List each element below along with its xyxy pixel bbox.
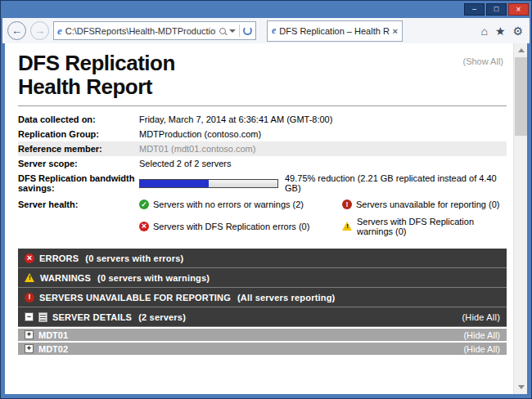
health-item-unavailable: Servers unavailable for reporting (0) [342,200,507,209]
field-value: Friday, March 7, 2014 at 6:36:41 AM (GMT… [139,114,507,124]
field-value: MDTProduction (contoso.com) [139,129,507,139]
field-row-reference-member: Reference member: MDT01 (mdt01.contoso.c… [18,141,507,156]
report-body: (Show All) DFS Replication Health Report… [5,43,513,394]
scrollbar[interactable] [513,43,527,394]
bandwidth-progress-bar [139,179,278,188]
report-fields: Data collected on: Friday, March 7, 2014… [18,112,507,239]
error-circle-icon [139,222,149,231]
section-detail: (All servers reporting) [237,293,336,303]
error-circle-icon [25,253,34,263]
address-text[interactable]: C:\DFSReports\Health-MDTProduction-07M [65,26,216,36]
tab-dfs-report[interactable]: e DFS Replication – Health Re... × [267,20,403,42]
maximize-icon: □ [494,6,498,13]
section-detail: (0 servers with errors) [85,253,183,263]
forward-button[interactable]: → [30,21,49,40]
scroll-up-icon[interactable] [514,43,527,57]
server-name: MDT01 [38,330,68,340]
warning-triangle-icon [25,273,35,283]
close-button[interactable]: × [508,3,529,16]
field-label: Server scope: [18,159,139,168]
report-sections: ERRORS (0 servers with errors) WARNINGS … [18,249,507,355]
health-item-text: Servers with DFS Replication errors (0) [153,222,309,231]
hide-all-link[interactable]: (Hide All) [463,330,500,340]
refresh-icon[interactable] [243,26,252,35]
unavailable-circle-icon [25,293,34,303]
field-row-replication-group: Replication Group: MDTProduction (contos… [18,127,507,141]
field-label: Replication Group: [18,129,139,139]
forward-arrow-icon: → [34,25,45,37]
field-row-bandwidth: DFS Replication bandwidth savings: 49.75… [18,171,507,195]
maximize-button[interactable]: □ [486,3,507,16]
favorites-star-icon[interactable]: ★ [495,25,506,38]
expand-icon[interactable]: + [25,344,34,353]
field-row-server-scope: Server scope: Selected 2 of 2 servers [18,156,507,171]
toolbar-right-icons: ⌂ ★ ⚙ [480,25,525,38]
hide-all-link[interactable]: (Hide All) [462,312,500,322]
health-item-text: Servers with DFS Replication warnings (0… [357,217,507,236]
section-title: ERRORS [39,253,79,263]
page-title-line1: DFS Replication [18,52,507,75]
health-item-errors: Servers with DFS Replication errors (0) [139,217,342,236]
check-circle-icon [139,200,149,209]
field-label: Server health: [18,200,139,209]
field-label: DFS Replication bandwidth savings: [18,173,139,193]
page-content: (Show All) DFS Replication Health Report… [5,43,527,394]
scrollbar-thumb[interactable] [515,57,527,136]
health-item-text: Servers with no errors or warnings (2) [153,200,304,209]
section-title: WARNINGS [40,273,91,283]
ie-favicon: e [57,25,62,38]
search-icon[interactable] [219,28,226,34]
browser-toolbar: ← → e C:\DFSReports\Health-MDTProduction… [2,18,530,43]
health-item-ok: Servers with no errors or warnings (2) [139,200,342,209]
server-details-icon [38,312,47,322]
unavailable-circle-icon [342,200,352,209]
field-label: Data collected on: [18,114,139,124]
bandwidth-text: 49.75% reduction (2.21 GB replicated ins… [285,173,507,193]
warning-triangle-icon [342,222,353,231]
hide-all-link[interactable]: (Hide All) [463,344,500,354]
caption-buttons: – □ × [464,3,529,16]
section-title: SERVER DETAILS [52,312,132,322]
home-icon[interactable]: ⌂ [480,25,487,38]
collapse-icon[interactable]: − [25,312,34,321]
tab-close-icon[interactable]: × [393,26,398,36]
field-value: MDT01 (mdt01.contoso.com) [139,144,507,154]
show-all-link[interactable]: (Show All) [462,56,503,66]
minimize-button[interactable]: – [464,3,485,16]
expand-icon[interactable]: + [25,330,34,339]
section-warnings[interactable]: WARNINGS (0 servers with warnings) [18,268,507,288]
server-row-mdt01[interactable]: + MDT01 (Hide All) [18,327,507,341]
section-title: SERVERS UNAVAILABLE FOR REPORTING [39,293,231,303]
address-bar-divider [239,25,240,37]
tab-favicon-icon: e [272,25,276,37]
settings-gear-icon[interactable]: ⚙ [512,25,523,38]
back-arrow-icon: ← [11,25,22,37]
address-bar[interactable]: e C:\DFSReports\Health-MDTProduction-07M [53,21,256,40]
close-icon: × [516,6,521,14]
browser-window: – □ × ← → e C:\DFSReports\Health-MDTProd… [0,0,532,399]
server-name: MDT02 [38,344,68,354]
section-detail: (0 servers with warnings) [97,273,210,283]
field-label: Reference member: [18,144,139,154]
minimize-icon: – [472,6,476,13]
section-errors[interactable]: ERRORS (0 servers with errors) [18,249,507,268]
chevron-down-icon[interactable] [229,29,236,33]
section-detail: (2 servers) [138,312,186,322]
health-item-text: Servers unavailable for reporting (0) [356,200,499,209]
field-row-server-health: Server health: Servers with no errors or… [18,197,507,239]
back-button[interactable]: ← [7,21,26,40]
page-title-line2: Health Report [18,75,507,99]
tab-title: DFS Replication – Health Re... [279,26,389,36]
health-item-warnings: Servers with DFS Replication warnings (0… [342,217,507,236]
titlebar[interactable]: – □ × [1,1,531,18]
section-server-details[interactable]: − SERVER DETAILS (2 servers) (Hide All) [18,307,507,327]
bandwidth-progress-fill [140,180,209,187]
section-unavailable[interactable]: SERVERS UNAVAILABLE FOR REPORTING (All s… [18,288,507,307]
server-row-mdt02[interactable]: + MDT02 (Hide All) [18,341,507,355]
title-divider [18,105,507,106]
field-row-data-collected: Data collected on: Friday, March 7, 2014… [18,112,507,127]
field-value: Selected 2 of 2 servers [139,159,507,168]
scroll-down-icon[interactable] [514,380,527,394]
page-title: DFS Replication Health Report [18,52,507,99]
server-health-grid: Servers with no errors or warnings (2) S… [139,200,507,236]
